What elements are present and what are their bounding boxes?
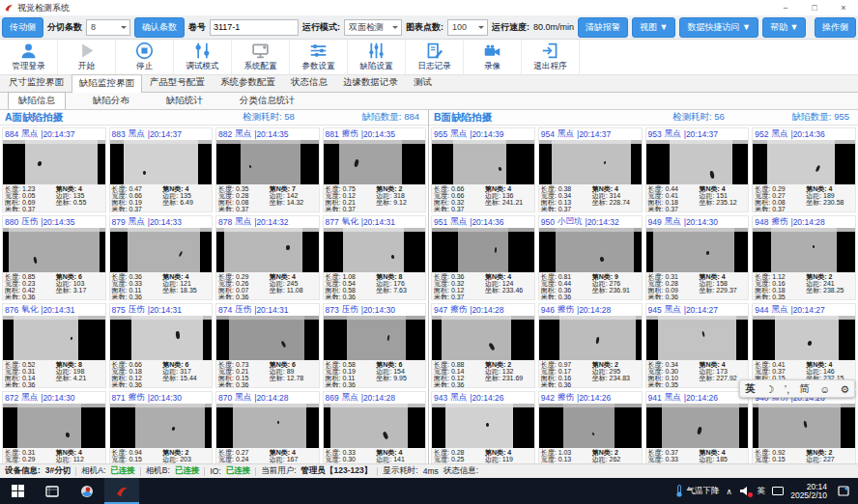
system-config-button[interactable]: 系统配置 <box>232 40 290 74</box>
defect-image[interactable] <box>110 228 213 272</box>
defect-cell[interactable]: 881 擦伤 |20:14:35 长度: 0.75 宽度: 0.12 面积: 0… <box>323 127 427 212</box>
close-button[interactable]: × <box>829 0 858 15</box>
defect-cell[interactable]: 873 压伤 |20:14:30 长度: 0.58 宽度: 0.19 面积: 0… <box>323 303 427 388</box>
defect-cell[interactable]: 953 黑点 |20:14:37 长度: 0.44 宽度: 0.41 面积: 0… <box>645 127 750 212</box>
defect-cell[interactable]: 955 黑点 |20:14:39 长度: 0.66 宽度: 0.66 面积: 0… <box>431 127 535 212</box>
defect-cell[interactable]: 870 黑点 |20:14:28 长度: 0.27 宽度: 0.24 面积: 0… <box>215 391 320 463</box>
maximize-button[interactable]: □ <box>800 0 829 15</box>
view-menu-button[interactable]: 视图 ▼ <box>632 17 675 38</box>
record-video-button[interactable]: 录像 <box>464 40 522 74</box>
task-view-button[interactable] <box>35 478 70 504</box>
defect-cell[interactable]: 946 擦伤 |20:14:28 长度: 0.97 宽度: 0.17 面积: 0… <box>538 303 643 388</box>
defect-image[interactable] <box>432 316 534 360</box>
defect-cell[interactable]: 941 黑点 |20:14:26 长度: 0.37 宽度: 0.33 面积: 0… <box>645 391 750 463</box>
start-menu-button[interactable] <box>0 478 35 504</box>
defect-image[interactable] <box>646 404 749 448</box>
data-shortcut-menu-button[interactable]: 数据快捷访问 ▼ <box>679 17 758 38</box>
defect-image[interactable] <box>110 316 213 360</box>
ime-simplified-toggle[interactable]: 简 <box>799 382 810 396</box>
language-indicator[interactable]: 英 <box>758 486 766 497</box>
debug-mode-button[interactable]: 调试模式 <box>174 40 232 74</box>
defect-image[interactable] <box>216 228 319 272</box>
defect-cell[interactable]: 869 黑点 |20:14:28 长度: 0.33 宽度: 0.30 面积: 0… <box>323 391 427 463</box>
defect-image[interactable] <box>539 316 642 360</box>
ime-fullhalf-icon[interactable]: ☽ <box>765 383 774 395</box>
clear-alarm-button[interactable]: 清缺报警 <box>578 17 628 38</box>
defect-image[interactable] <box>646 140 749 184</box>
defect-cell[interactable]: 883 黑点 |20:14:37 长度: 0.47 宽度: 0.66 面积: 0… <box>109 127 214 212</box>
defect-cell[interactable]: 942 擦伤 |20:14:26 长度: 1.03 宽度: 0.13 面积: 0… <box>538 391 643 463</box>
minimize-button[interactable]: − <box>771 0 800 15</box>
tab-size-monitor[interactable]: 尺寸监控界面 <box>1 73 72 92</box>
defect-image[interactable] <box>753 404 855 448</box>
defect-image[interactable] <box>110 140 213 184</box>
tab-system-params[interactable]: 系统参数配置 <box>213 73 283 92</box>
defect-image[interactable] <box>539 228 642 272</box>
tab-status-info[interactable]: 状态信息 <box>283 73 335 92</box>
run-mode-select[interactable]: 双面检测 <box>344 19 402 36</box>
defect-cell[interactable]: 954 黑点 |20:14:37 长度: 0.38 宽度: 0.34 面积: 0… <box>538 127 643 212</box>
defect-cell[interactable]: 943 黑点 |20:14:26 长度: 0.28 宽度: 0.25 面积: 0… <box>431 391 535 463</box>
ime-punctuation-icon[interactable]: ’, <box>785 383 789 395</box>
defect-image[interactable] <box>432 404 534 448</box>
defect-cell[interactable]: 872 黑点 |20:14:30 长度: 0.31 宽度: 0.29 面积: 0… <box>2 391 106 463</box>
log-record-button[interactable]: 日志记录 <box>406 40 464 74</box>
defect-image[interactable] <box>324 228 426 272</box>
weather-widget[interactable]: 气温下降 <box>675 485 719 497</box>
defect-cell[interactable]: 871 擦伤 |20:14:30 长度: 0.94 宽度: 0.15 面积: 0… <box>109 391 214 463</box>
defect-cell[interactable]: 951 黑点 |20:14:36 长度: 0.36 宽度: 0.32 面积: 0… <box>431 215 535 300</box>
defect-cell[interactable]: 876 氧化 |20:14:31 长度: 0.52 宽度: 0.31 面积: 0… <box>2 303 106 388</box>
defect-cell[interactable]: 952 黑点 |20:14:36 长度: 0.29 宽度: 0.27 面积: 0… <box>752 127 856 212</box>
defect-image[interactable] <box>216 316 319 360</box>
notification-center-button[interactable] <box>834 478 853 504</box>
defect-image[interactable] <box>432 140 534 184</box>
slit-count-select[interactable]: 8 <box>86 19 130 36</box>
confirm-count-button[interactable]: 确认条数 <box>134 17 185 38</box>
defect-image[interactable] <box>646 316 749 360</box>
defect-image[interactable] <box>753 228 855 272</box>
defect-image[interactable] <box>3 228 105 272</box>
defect-cell[interactable]: 948 擦伤 |20:14:28 长度: 1.12 宽度: 0.16 面积: 0… <box>752 215 856 300</box>
defect-cell[interactable]: 874 压伤 |20:14:31 长度: 0.73 宽度: 0.21 面积: 0… <box>215 303 320 388</box>
start-button[interactable]: 开始 <box>58 40 116 74</box>
defect-cell[interactable]: 875 压伤 |20:14:31 长度: 0.66 宽度: 0.18 面积: 0… <box>109 303 214 388</box>
defect-image[interactable] <box>216 140 319 184</box>
help-menu-button[interactable]: 帮助 ▼ <box>762 17 806 38</box>
defect-cell[interactable]: 945 黑点 |20:14:27 长度: 0.34 宽度: 0.30 面积: 0… <box>645 303 750 388</box>
subtab-class-info-stats[interactable]: 分类信息统计 <box>230 93 304 109</box>
operate-side-button[interactable]: 操作侧 <box>815 17 856 38</box>
taskbar-clock[interactable]: 20:14 2025/2/10 <box>790 483 827 500</box>
taskbar-app-inspection[interactable] <box>104 478 139 504</box>
chart-points-select[interactable]: 100 <box>447 19 488 36</box>
defect-image[interactable] <box>3 404 105 448</box>
touch-keyboard-icon[interactable] <box>772 487 784 495</box>
defect-image[interactable] <box>753 316 855 360</box>
defect-cell[interactable]: 884 黑点 |20:14:37 长度: 1.23 宽度: 0.05 面积: 0… <box>2 127 106 212</box>
defect-image[interactable] <box>3 316 105 360</box>
defect-cell[interactable]: 947 擦伤 |20:14:28 长度: 0.88 宽度: 0.14 面积: 0… <box>431 303 535 388</box>
volume-button[interactable] <box>739 486 751 496</box>
subtab-defect-info[interactable]: 缺陷信息 <box>8 92 66 110</box>
defect-cell[interactable]: 950 小凹坑 |20:14:32 长度: 0.81 宽度: 0.44 面积: … <box>538 215 643 300</box>
tab-edge-data[interactable]: 边缘数据记录 <box>335 73 406 92</box>
tab-test[interactable]: 测试 <box>406 73 440 92</box>
defect-cell[interactable]: 949 黑点 |20:14:30 长度: 0.31 宽度: 0.28 面积: 0… <box>645 215 750 300</box>
parameter-settings-button[interactable]: 参数设置 <box>290 40 348 74</box>
ime-settings-gear-icon[interactable]: ⚙ <box>840 383 848 395</box>
defect-image[interactable] <box>753 140 855 184</box>
defect-image[interactable] <box>324 316 426 360</box>
defect-image[interactable] <box>539 140 642 184</box>
subtab-defect-stats[interactable]: 缺陷统计 <box>157 93 213 109</box>
defect-image[interactable] <box>539 404 642 448</box>
defect-cell[interactable]: 882 黑点 |20:14:35 长度: 0.35 宽度: 0.28 面积: 0… <box>215 127 320 212</box>
ime-lang-toggle[interactable]: 英 <box>745 382 756 396</box>
defect-image[interactable] <box>3 140 105 184</box>
tab-product-config[interactable]: 产品型号配置 <box>142 73 213 92</box>
defect-image[interactable] <box>216 404 319 448</box>
tab-defect-monitor[interactable]: 缺陷监控界面 <box>72 74 142 93</box>
stop-button[interactable]: 停止 <box>116 40 174 74</box>
defect-cell[interactable]: 940 擦伤 |20:14:26 长度: 0.92 宽度: 0.15 面积: 0… <box>752 391 856 463</box>
defect-image[interactable] <box>324 140 426 184</box>
defect-image[interactable] <box>110 404 213 448</box>
tray-expand-chevron[interactable]: ∧ <box>726 487 731 496</box>
